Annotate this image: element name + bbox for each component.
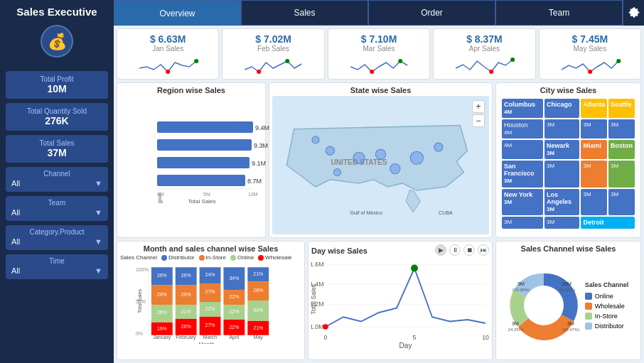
category-select[interactable]: All ▼ — [11, 236, 102, 247]
wholesale-legend-color — [585, 303, 592, 310]
team-filter[interactable]: Team All ▼ — [6, 196, 108, 221]
play-button[interactable]: ▶ — [435, 244, 446, 256]
svg-text:1.6M: 1.6M — [311, 261, 324, 268]
svg-text:22%: 22% — [229, 309, 239, 314]
category-filter[interactable]: Category.Product All ▼ — [6, 225, 108, 250]
daywise-chart-area: 1.6M 1.4M 1.2M 1.0M — [311, 259, 489, 358]
svg-text:29%: 29% — [181, 292, 191, 297]
channel-filter-label: Channel — [11, 170, 102, 178]
map-zoom-controls: + − — [472, 100, 485, 127]
time-select[interactable]: All ▼ — [11, 265, 102, 276]
kpi-mar: $ 7.10M Mar Sales — [328, 28, 430, 80]
zoom-out-button[interactable]: − — [472, 114, 485, 127]
donut-area: 10M (26.92%) 9M (23.36%) 9M (24.25%) 9M … — [499, 254, 638, 357]
svg-point-102 — [411, 265, 418, 272]
svg-text:10: 10 — [482, 334, 489, 341]
svg-point-34 — [326, 146, 334, 155]
daywise-svg: 1.6M 1.4M 1.2M 1.0M — [311, 259, 489, 358]
city-seattle: Seattle — [608, 99, 635, 118]
svg-point-9 — [510, 58, 515, 62]
total-quantity-value: 276K — [11, 115, 102, 126]
kpi-mar-value: $ 7.10M — [361, 33, 397, 45]
kpi-jan: $ 6.63M Jan Sales — [117, 28, 219, 80]
city-val6: 3M — [581, 161, 607, 188]
time-filter[interactable]: Time All ▼ — [6, 254, 108, 279]
svg-point-3 — [194, 59, 198, 63]
svg-point-10 — [588, 70, 592, 74]
distributor-legend-color — [585, 323, 592, 330]
svg-text:22%: 22% — [205, 306, 215, 311]
svg-text:34%: 34% — [229, 276, 239, 281]
category-value: All — [11, 237, 20, 246]
city-chicago: Chicago — [544, 99, 580, 118]
channel-select[interactable]: All ▼ — [11, 178, 102, 189]
region-bars-svg: Region 9.4M 9.3M 9.1M 8.7M — [156, 118, 269, 203]
svg-text:100%: 100% — [136, 267, 149, 272]
bottom-row: Month and sales channel wise Sales Sales… — [117, 241, 641, 360]
kpi-jan-value: $ 6.63M — [150, 33, 186, 45]
team-select[interactable]: All ▼ — [11, 207, 102, 218]
kpi-mar-label: Mar Sales — [363, 45, 395, 53]
svg-text:22%: 22% — [229, 325, 239, 330]
online-legend-color — [585, 293, 592, 300]
svg-text:💰: 💰 — [48, 32, 68, 51]
instore-color — [199, 255, 205, 261]
kpi-may: $ 7.45M May Sales — [539, 28, 641, 80]
svg-text:22%: 22% — [229, 294, 239, 299]
svg-text:0%: 0% — [136, 331, 143, 336]
svg-text:21%: 21% — [253, 271, 263, 276]
svg-text:February: February — [176, 335, 196, 340]
forward-button[interactable]: ⏭ — [478, 244, 489, 256]
time-filter-label: Time — [11, 257, 102, 265]
instore-legend-color — [585, 313, 592, 320]
zoom-in-button[interactable]: + — [472, 100, 485, 113]
legend-wholesale: Wholesale — [585, 303, 629, 310]
stacked-chart-title: Month and sales channel wise Sales — [120, 244, 301, 253]
city-val8: 3M — [581, 189, 607, 216]
time-arrow-icon: ▼ — [95, 266, 102, 275]
svg-text:April: April — [229, 335, 239, 340]
stacked-chart-area: 100% 50% 0% 26% 29% 26% 19 — [120, 262, 301, 357]
svg-text:10M: 10M — [248, 192, 258, 197]
city-miami: Miami — [581, 140, 607, 159]
map-title: State wise Sales — [272, 86, 489, 94]
region-bar-area: Region 9.4M 9.3M 9.1M 8.7M — [120, 96, 262, 234]
time-value: All — [11, 266, 20, 275]
city-atlanta: Atlanta — [581, 99, 607, 118]
legend-online: Online — [585, 293, 629, 300]
svg-text:26%: 26% — [181, 324, 191, 329]
tab-team[interactable]: Team — [495, 0, 623, 26]
kpi-row: $ 6.63M Jan Sales $ 7.02M Feb Sales — [117, 28, 641, 80]
svg-text:January: January — [153, 335, 171, 340]
tab-order[interactable]: Order — [368, 0, 495, 26]
city-houston: Houston4M — [502, 119, 543, 139]
map-panel: State wise Sales Gulf of Mexico CUBA UNI… — [269, 82, 493, 238]
svg-text:9M: 9M — [567, 321, 574, 326]
svg-point-36 — [375, 149, 385, 159]
tab-sales[interactable]: Sales — [241, 0, 368, 26]
stacked-bars-svg: 100% 50% 0% 26% 29% 26% 19 — [136, 262, 299, 344]
tab-overview[interactable]: Overview — [114, 0, 241, 26]
stop-button[interactable]: ⏹ — [463, 244, 475, 256]
settings-icon[interactable] — [623, 0, 644, 26]
svg-text:(23.36%): (23.36%) — [512, 288, 530, 292]
category-arrow-icon: ▼ — [95, 237, 102, 246]
svg-text:10M: 10M — [562, 281, 571, 286]
total-sales-card: Total Sales 37M — [6, 135, 108, 163]
svg-point-11 — [616, 59, 621, 63]
pause-button[interactable]: ⏸ — [449, 244, 461, 256]
us-map-svg: Gulf of Mexico CUBA UNITED STATES — [272, 96, 489, 234]
channel-filter[interactable]: Channel All ▼ — [6, 167, 108, 192]
svg-text:(24.25%): (24.25%) — [508, 327, 524, 332]
svg-rect-15 — [157, 139, 252, 151]
main-content: Overview Sales Order Team — [114, 0, 644, 363]
jan-sparkline — [123, 54, 213, 75]
sidebar-title: Sales Executive — [6, 6, 108, 18]
city-boston: Boston — [608, 140, 635, 159]
may-sparkline — [545, 54, 635, 75]
city-newyork: New York3M — [502, 189, 543, 216]
city-val4: 4M — [502, 140, 543, 159]
team-arrow-icon: ▼ — [95, 208, 102, 217]
charts-row: Region wise Sales Region 9.4M 9.3M — [117, 82, 641, 238]
svg-point-7 — [398, 59, 402, 63]
